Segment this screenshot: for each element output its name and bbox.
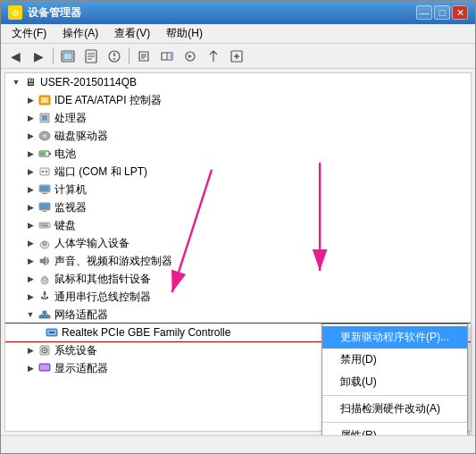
hid-icon [38,236,52,250]
expander[interactable]: ▶ [23,93,38,107]
network-icon [38,307,52,322]
list-item[interactable]: ▶ 端口 (COM 和 LPT) [5,163,471,181]
toolbar-btn-5[interactable] [156,46,178,66]
cpu-icon [38,111,52,125]
realtek-icon [45,325,59,340]
maximize-button[interactable]: □ [434,5,450,20]
expander[interactable]: ▶ [23,254,38,268]
menu-file[interactable]: 文件(F) [4,24,54,43]
usb-icon [38,290,52,304]
expander[interactable]: ▶ [23,129,38,143]
context-menu-uninstall[interactable]: 卸载(U) [322,371,467,393]
menu-action[interactable]: 操作(A) [55,24,105,43]
port-icon [38,164,52,179]
tree-item-label: 磁盘驱动器 [54,128,471,144]
toolbar-btn-7[interactable] [203,46,224,66]
computer-icon [38,182,52,197]
expander[interactable]: ▶ [23,236,38,250]
display-adapter-icon [38,361,52,375]
expander[interactable]: ▼ [23,307,38,322]
root-expander[interactable]: ▼ [9,75,23,89]
list-item[interactable]: ▶ 电池 [5,145,471,163]
context-menu-disable[interactable]: 禁用(D) [322,349,467,371]
expander[interactable]: ▶ [23,147,38,161]
svg-rect-30 [40,223,42,225]
svg-point-57 [44,349,46,351]
main-content: ▼ 🖥 USER-20150114QB ▶ IDE ATA/ATAPI 控制器 … [1,69,475,435]
toolbar-btn-2[interactable] [80,46,102,66]
svg-rect-12 [41,97,48,103]
status-bar [1,435,475,453]
svg-rect-54 [49,332,54,333]
list-item[interactable]: ▶ 磁盘驱动器 [5,127,471,145]
minimize-button[interactable]: — [416,5,432,20]
toolbar-btn-3[interactable] [104,46,125,66]
title-bar: ⚙ 设备管理器 — □ ✕ [1,1,475,24]
audio-icon [38,254,52,268]
network-adapter-group[interactable]: ▼ 网络适配器 [5,306,471,324]
list-item[interactable]: ▶ 人体学输入设备 [5,234,471,252]
expander[interactable]: ▶ [23,290,38,304]
tree-root[interactable]: ▼ 🖥 USER-20150114QB [5,73,471,91]
list-item[interactable]: ▶ 通用串行总线控制器 [5,288,471,306]
tree-item-label: 计算机 [54,181,471,198]
svg-point-42 [44,291,46,293]
svg-rect-33 [41,225,48,227]
svg-point-41 [46,297,48,298]
expander[interactable]: ▶ [23,182,38,197]
toolbar-btn-8[interactable] [226,46,247,66]
close-button[interactable]: ✕ [452,5,468,20]
expander[interactable]: ▶ [23,164,38,179]
window-icon: ⚙ [8,5,22,20]
svg-rect-45 [46,315,50,318]
svg-rect-28 [43,211,46,212]
menu-view[interactable]: 查看(V) [107,24,157,43]
tree-item-label: 处理器 [54,110,471,126]
svg-rect-1 [63,53,72,60]
toolbar-btn-6[interactable] [180,46,201,66]
tree-item-label: 通用串行总线控制器 [54,289,471,305]
tree-item-label: 端口 (COM 和 LPT) [54,164,471,180]
expander[interactable]: ▶ [23,200,38,214]
expander[interactable]: ▶ [23,361,38,375]
list-item[interactable]: ▶ 监视器 [5,198,471,216]
svg-rect-32 [46,223,47,225]
expander [38,325,45,340]
forward-button[interactable]: ▶ [28,46,49,66]
title-buttons: — □ ✕ [416,5,468,20]
svg-rect-46 [43,311,46,314]
menu-bar: 文件(F) 操作(A) 查看(V) 帮助(H) [1,24,475,44]
list-item[interactable]: ▶ 计算机 [5,181,471,198]
tree-item-label: 电池 [54,146,471,162]
back-button[interactable]: ◀ [4,46,26,66]
expander[interactable]: ▶ [23,218,38,232]
disk-icon [38,129,52,143]
list-item[interactable]: ▶ IDE ATA/ATAPI 控制器 [5,91,471,109]
context-menu-properties[interactable]: 属性(R) [322,425,467,435]
svg-rect-31 [43,223,45,225]
expander[interactable]: ▶ [23,272,38,286]
battery-icon [38,147,52,161]
list-item[interactable]: ▶ 鼠标和其他指针设备 [5,270,471,288]
computer-icon: 🖥 [23,75,38,89]
toolbar-btn-4[interactable] [133,46,154,66]
menu-help[interactable]: 帮助(H) [159,24,210,43]
svg-rect-24 [40,186,49,191]
context-menu-separator-2 [322,422,467,423]
system-icon [38,343,52,357]
expander[interactable]: ▶ [23,111,38,125]
list-item[interactable]: ▶ 声音、视频和游戏控制器 [5,252,471,270]
context-menu-update-driver[interactable]: 更新驱动程序软件(P)... [322,326,467,349]
ide-icon [38,93,52,107]
list-item[interactable]: ▶ 处理器 [5,109,471,127]
toolbar-separator-2 [129,48,129,64]
context-menu-scan[interactable]: 扫描检测硬件改动(A) [322,398,467,420]
svg-rect-14 [42,115,47,121]
svg-point-40 [41,297,43,298]
toolbar-separator-1 [53,48,54,64]
toolbar-btn-1[interactable] [57,46,79,66]
tree-item-label: 键盘 [54,217,471,233]
tree-item-label: 鼠标和其他指针设备 [54,271,471,287]
list-item[interactable]: ▶ 键盘 [5,216,471,234]
expander[interactable]: ▶ [23,343,38,357]
